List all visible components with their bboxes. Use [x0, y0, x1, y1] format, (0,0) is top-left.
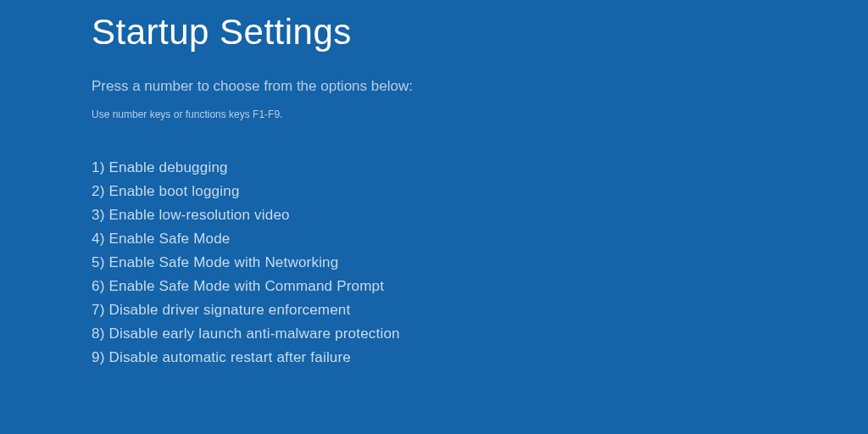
instruction-text: Press a number to choose from the option…: [92, 78, 868, 95]
option-3[interactable]: 3) Enable low-resolution video: [92, 207, 868, 224]
hint-text: Use number keys or functions keys F1-F9.: [92, 108, 868, 120]
option-6[interactable]: 6) Enable Safe Mode with Command Prompt: [92, 278, 868, 295]
option-9[interactable]: 9) Disable automatic restart after failu…: [92, 349, 868, 366]
option-1[interactable]: 1) Enable debugging: [92, 159, 868, 176]
option-2[interactable]: 2) Enable boot logging: [92, 183, 868, 200]
option-8[interactable]: 8) Disable early launch anti-malware pro…: [92, 326, 868, 342]
options-list: 1) Enable debugging 2) Enable boot loggi…: [92, 159, 868, 366]
option-4[interactable]: 4) Enable Safe Mode: [92, 231, 868, 248]
option-5[interactable]: 5) Enable Safe Mode with Networking: [92, 254, 868, 271]
page-title: Startup Settings: [92, 12, 868, 53]
option-7[interactable]: 7) Disable driver signature enforcement: [92, 302, 868, 319]
